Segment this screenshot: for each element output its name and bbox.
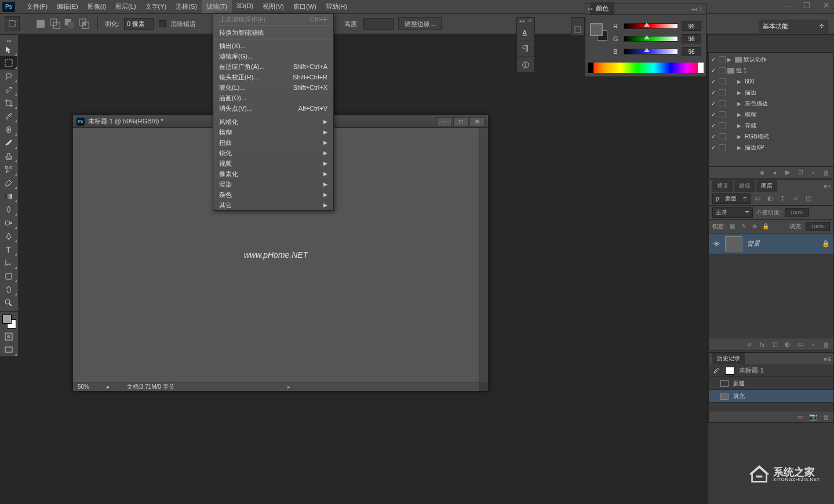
filter-menu-item[interactable]: 像素化▶ <box>213 169 333 179</box>
filter-adjust-icon[interactable]: ◐ <box>766 194 775 203</box>
blur-tool[interactable] <box>0 203 17 216</box>
menu-item-0[interactable]: 文件(F) <box>22 0 52 13</box>
gradient-tool[interactable] <box>0 189 17 203</box>
menu-item-7[interactable]: 3D(D) <box>232 0 258 13</box>
action-row[interactable]: ✓▶模糊 <box>709 109 833 120</box>
type-tool[interactable]: T <box>0 243 17 256</box>
action-check-icon[interactable]: ✓ <box>710 56 717 63</box>
menu-item-5[interactable]: 选择(S) <box>171 0 202 13</box>
play-icon[interactable]: ▶ <box>784 169 792 177</box>
expand-arrow-icon[interactable]: ▶ <box>737 123 743 129</box>
new-action-icon[interactable]: ▫ <box>809 169 817 177</box>
expand-arrow-icon[interactable]: ▶ <box>737 145 743 151</box>
filter-menu-item[interactable]: 锐化▶ <box>213 148 333 158</box>
selection-add-icon[interactable] <box>49 17 61 30</box>
new-layer-icon[interactable]: ▫ <box>809 341 817 349</box>
expand-arrow-icon[interactable]: ▶ <box>737 101 743 107</box>
filter-image-icon[interactable]: ▭ <box>753 194 762 203</box>
g-value[interactable]: 96 <box>682 34 701 43</box>
shape-tool[interactable] <box>0 269 17 283</box>
action-row[interactable]: ✓▶RGB模式 <box>709 131 833 142</box>
action-dialog-icon[interactable] <box>719 144 726 151</box>
marquee-tool[interactable] <box>0 56 17 70</box>
collapsed-panel-item[interactable] <box>571 23 584 35</box>
doc-maximize-button[interactable]: □ <box>453 117 468 126</box>
mask-icon[interactable]: ◻ <box>771 341 779 349</box>
create-doc-icon[interactable]: ▭ <box>796 413 804 421</box>
brush-tool[interactable] <box>0 136 17 149</box>
layers-tab-1[interactable]: 路径 <box>734 180 755 192</box>
collapsed-panel-2[interactable] <box>571 17 585 36</box>
delete-layer-icon[interactable]: 🗑 <box>822 341 830 349</box>
panel-close-icon[interactable]: ◂◂ ≡ <box>691 6 702 12</box>
color-swatch[interactable] <box>1 313 17 328</box>
collapsed-panel-type[interactable]: ◂◂✕ A i <box>516 17 535 73</box>
group-icon[interactable]: ▭ <box>796 341 804 349</box>
delete-state-icon[interactable]: 🗑 <box>822 413 830 421</box>
r-slider[interactable] <box>624 23 678 29</box>
action-dialog-icon[interactable] <box>719 67 726 74</box>
action-check-icon[interactable]: ✓ <box>710 111 717 118</box>
action-dialog-icon[interactable] <box>719 100 726 107</box>
snapshot-thumb[interactable] <box>725 367 734 375</box>
action-row[interactable]: ✓▶600 <box>709 76 833 87</box>
filter-menu-item[interactable]: 渲染▶ <box>213 179 333 189</box>
layer-name[interactable]: 背景 <box>747 239 817 248</box>
record-icon[interactable]: ● <box>771 169 779 177</box>
action-check-icon[interactable]: ✓ <box>710 122 717 129</box>
history-state-row[interactable]: 新建 <box>709 377 833 390</box>
filter-menu-item[interactable]: 自适应广角(A)...Shift+Ctrl+A <box>213 61 333 72</box>
stamp-tool[interactable] <box>0 149 17 163</box>
color-swatch-pair[interactable] <box>590 23 607 41</box>
type-panel-icon[interactable]: A <box>517 24 534 40</box>
action-row[interactable]: ✓▶灰色描边 <box>709 98 833 109</box>
healing-tool[interactable] <box>0 123 17 136</box>
refine-edge-button[interactable]: 调整边缘... <box>398 17 442 30</box>
fill-input[interactable]: 100% <box>806 222 830 231</box>
eyedropper-tool[interactable] <box>0 109 17 123</box>
panel-menu-icon[interactable]: ▾≡ <box>824 355 831 363</box>
doc-close-button[interactable]: ✕ <box>469 117 485 126</box>
opacity-input[interactable]: 100% <box>785 208 809 217</box>
lasso-tool[interactable] <box>0 70 17 83</box>
filter-menu-item[interactable]: 镜头校正(R)...Shift+Ctrl+R <box>213 72 333 82</box>
scroll-arrow-icon[interactable]: ▸ <box>287 384 290 390</box>
layer-visibility-icon[interactable]: 👁 <box>712 240 720 248</box>
layer-thumbnail[interactable] <box>725 236 742 251</box>
selection-new-icon[interactable] <box>34 17 47 30</box>
color-spectrum[interactable] <box>588 63 704 73</box>
wand-tool[interactable] <box>0 83 17 96</box>
lock-brush-icon[interactable]: ✎ <box>740 222 748 231</box>
action-row[interactable]: ✓▶默认动作 <box>709 54 833 65</box>
layer-row[interactable]: 👁 背景 🔒 <box>709 233 833 254</box>
zoom-value[interactable]: 50% <box>78 384 89 390</box>
expand-arrow-icon[interactable]: ▶ <box>737 90 743 96</box>
action-dialog-icon[interactable] <box>719 89 726 96</box>
history-snapshot-row[interactable]: 未标题-1 <box>709 364 833 377</box>
filter-menu-item[interactable]: 杂色▶ <box>213 189 333 200</box>
new-folder-icon[interactable]: ⊡ <box>796 169 804 177</box>
screenmode-tool[interactable] <box>0 343 17 356</box>
filter-menu-item[interactable]: 上次滤镜操作(F)Ctrl+F <box>213 14 333 24</box>
doc-minimize-button[interactable]: — <box>437 117 452 126</box>
quickmask-tool[interactable] <box>0 330 17 343</box>
action-dialog-icon[interactable] <box>719 133 726 140</box>
snapshot-icon[interactable]: 📷 <box>809 413 817 421</box>
selection-intersect-icon[interactable] <box>78 17 90 30</box>
status-info-icon[interactable]: ▸ <box>107 384 110 390</box>
lock-pixels-icon[interactable]: ▦ <box>729 222 737 231</box>
pen-tool[interactable] <box>0 229 17 243</box>
filter-menu-item[interactable]: 扭曲▶ <box>213 137 333 148</box>
action-dialog-icon[interactable] <box>719 78 726 85</box>
expand-arrow-icon[interactable]: ▶ <box>727 57 733 63</box>
menu-item-2[interactable]: 图像(I) <box>83 0 111 13</box>
action-check-icon[interactable]: ✓ <box>710 89 717 96</box>
r-value[interactable]: 96 <box>682 21 701 31</box>
path-tool[interactable] <box>0 256 17 269</box>
action-dialog-icon[interactable] <box>719 122 726 129</box>
filter-menu-item[interactable]: 液化(L)...Shift+Ctrl+X <box>213 82 333 93</box>
layer-filter-select[interactable]: ρ类型≑ <box>712 193 751 204</box>
expand-arrow-icon[interactable]: ▶ <box>737 112 743 118</box>
filter-menu-item[interactable]: 消失点(V)...Alt+Ctrl+V <box>213 103 333 114</box>
window-close-button[interactable]: ✕ <box>821 1 832 9</box>
